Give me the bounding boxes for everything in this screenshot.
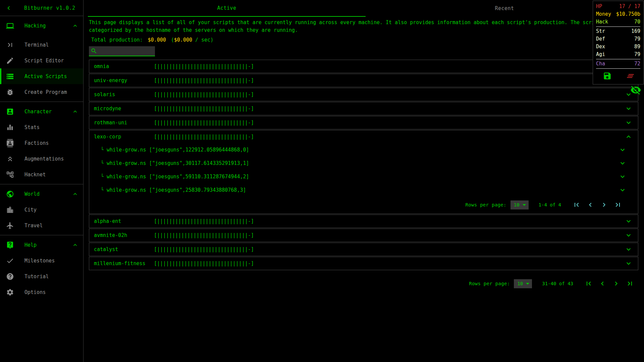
first-page-icon[interactable] <box>573 201 581 209</box>
server-row-solaris[interactable]: solaris [||||||||||||||||||||||||||||||-… <box>89 88 638 101</box>
total-production-amount: $0.000 <box>148 37 166 43</box>
sidebar-item-augmentations[interactable]: Augmentations <box>0 151 83 167</box>
page-size-value: 10 <box>517 281 523 286</box>
collapse-section-icon[interactable] <box>72 22 78 29</box>
contacts-icon <box>6 139 14 147</box>
stat-value: 79 <box>634 35 640 43</box>
stat-label: Def <box>596 35 605 43</box>
sidebar-section-hacking: Hacking Terminal Script Editor Active Sc… <box>0 16 83 102</box>
next-page-icon[interactable] <box>600 201 608 209</box>
previous-page-icon[interactable] <box>598 280 606 288</box>
sidebar-item-hacknet[interactable]: Hacknet <box>0 167 83 182</box>
sidebar-item-create-program[interactable]: Create Program <box>0 84 83 100</box>
server-progress-bar: [||||||||||||||||||||||||||||||-] <box>154 134 254 140</box>
collapse-sidebar-icon[interactable] <box>5 4 12 12</box>
chevron-down-icon[interactable] <box>625 217 633 225</box>
kill-all-scripts-icon[interactable] <box>626 71 635 80</box>
search-icon <box>91 48 97 54</box>
server-name: millenium-fitness <box>94 260 154 266</box>
sidebar-item-city[interactable]: City <box>0 202 83 218</box>
rows-per-page-label: Rows per page: <box>469 281 510 286</box>
chevron-down-icon[interactable] <box>619 186 627 194</box>
sidebar-item-tutorial[interactable]: Tutorial <box>0 268 83 284</box>
next-page-icon[interactable] <box>612 280 620 288</box>
stat-row-agi: Agi 79 <box>596 51 640 58</box>
stat-row-dex: Dex 89 <box>596 43 640 51</box>
divider <box>596 26 640 27</box>
sidebar-header: Bitburner v1.0.2 <box>0 0 83 16</box>
server-name: solaris <box>94 92 154 98</box>
select-caret-icon <box>526 283 529 285</box>
divider <box>596 59 640 59</box>
server-row-microdyne[interactable]: microdyne [|||||||||||||||||||||||||||||… <box>89 102 638 115</box>
sidebar-item-options[interactable]: Options <box>0 284 83 300</box>
chevron-down-icon[interactable] <box>625 119 633 127</box>
check-icon <box>6 257 14 265</box>
pencil-icon <box>6 57 14 65</box>
stat-value: 79 <box>634 51 640 58</box>
collapse-section-icon[interactable] <box>72 191 78 197</box>
chevron-down-icon[interactable] <box>625 245 633 253</box>
sidebar-item-script-editor[interactable]: Script Editor <box>0 53 83 68</box>
sidebar-item-active-scripts[interactable]: Active Scripts <box>0 68 83 84</box>
sidebar-item-travel[interactable]: Travel <box>0 218 83 233</box>
chevron-down-icon[interactable] <box>625 105 633 113</box>
sidebar-header-label: Character <box>24 109 52 115</box>
sidebar: Bitburner v1.0.2 Hacking Terminal Script… <box>0 0 84 362</box>
tab-active[interactable]: Active <box>88 0 366 17</box>
server-row-lexo-corp[interactable]: lexo-corp [|||||||||||||||||||||||||||||… <box>89 130 638 143</box>
sidebar-item-milestones[interactable]: Milestones <box>0 253 83 268</box>
sidebar-header-help[interactable]: Help <box>0 237 83 253</box>
sidebar-item-label: Stats <box>24 124 40 130</box>
filter-search-box[interactable] <box>89 46 155 56</box>
total-production-rate: $0.000 <box>174 37 192 43</box>
chevron-down-icon[interactable] <box>625 231 633 239</box>
last-page-icon[interactable] <box>614 201 622 209</box>
collapse-section-icon[interactable] <box>72 242 78 248</box>
sidebar-item-terminal[interactable]: Terminal <box>0 37 83 53</box>
server-row-rothman-uni[interactable]: rothman-uni [|||||||||||||||||||||||||||… <box>89 116 638 129</box>
server-row-catalyst[interactable]: catalyst [||||||||||||||||||||||||||||||… <box>89 243 638 256</box>
sidebar-item-factions[interactable]: Factions <box>0 135 83 151</box>
sidebar-item-label: Active Scripts <box>24 73 67 79</box>
script-row[interactable]: └ while-grow.ns ["joesguns",122912.05896… <box>89 143 638 157</box>
script-row[interactable]: └ while-grow.ns ["joesguns",30117.614335… <box>89 157 638 170</box>
server-progress-bar: [||||||||||||||||||||||||||||||-] <box>154 232 254 238</box>
sidebar-item-label: City <box>24 207 37 213</box>
server-row-omnia[interactable]: omnia [||||||||||||||||||||||||||||||-] <box>89 60 638 73</box>
server-row-millenium-fitness[interactable]: millenium-fitness [|||||||||||||||||||||… <box>89 257 638 270</box>
chevron-up-icon[interactable] <box>625 133 633 141</box>
chevron-down-icon[interactable] <box>619 159 627 167</box>
sidebar-header-character[interactable]: Character <box>0 104 83 119</box>
sidebar-item-label: Options <box>24 289 46 295</box>
stat-row-str: Str 169 <box>596 27 640 35</box>
overview-actions <box>596 69 640 80</box>
stat-value: 70 <box>634 18 640 26</box>
sidebar-item-stats[interactable]: Stats <box>0 119 83 135</box>
sidebar-header-world[interactable]: World <box>0 186 83 202</box>
save-icon[interactable] <box>603 71 612 80</box>
server-row-alpha-ent[interactable]: alpha-ent [|||||||||||||||||||||||||||||… <box>89 215 638 228</box>
server-row-univ-energy[interactable]: univ-energy [|||||||||||||||||||||||||||… <box>89 74 638 87</box>
server-row-avmnite-02h[interactable]: avmnite-02h [|||||||||||||||||||||||||||… <box>89 229 638 242</box>
search-input[interactable] <box>99 48 152 54</box>
collapse-section-icon[interactable] <box>72 108 78 115</box>
stat-row-hack: Hack 70 <box>596 18 640 26</box>
chevron-down-icon[interactable] <box>625 259 633 267</box>
last-page-icon[interactable] <box>626 280 634 288</box>
sidebar-item-label: Create Program <box>24 89 67 95</box>
server-name: lexo-corp <box>94 134 154 140</box>
script-row[interactable]: └ while-grow.ns ["joesguns",59110.311287… <box>89 170 638 183</box>
sidebar-item-label: Augmentations <box>24 156 64 162</box>
chevron-down-icon[interactable] <box>619 173 627 181</box>
sidebar-item-label: Milestones <box>24 258 55 264</box>
visibility-off-icon[interactable] <box>630 84 641 96</box>
page-size-select[interactable]: 10 <box>511 200 529 209</box>
script-row[interactable]: └ while-grow.ns ["joesguns",25830.793438… <box>89 183 638 197</box>
chevron-down-icon[interactable] <box>619 146 627 154</box>
first-page-icon[interactable] <box>585 280 593 288</box>
page-size-select[interactable]: 10 <box>514 279 532 288</box>
sidebar-header-hacking[interactable]: Hacking <box>0 18 83 34</box>
app-title: Bitburner v1.0.2 <box>24 5 75 11</box>
previous-page-icon[interactable] <box>586 201 594 209</box>
